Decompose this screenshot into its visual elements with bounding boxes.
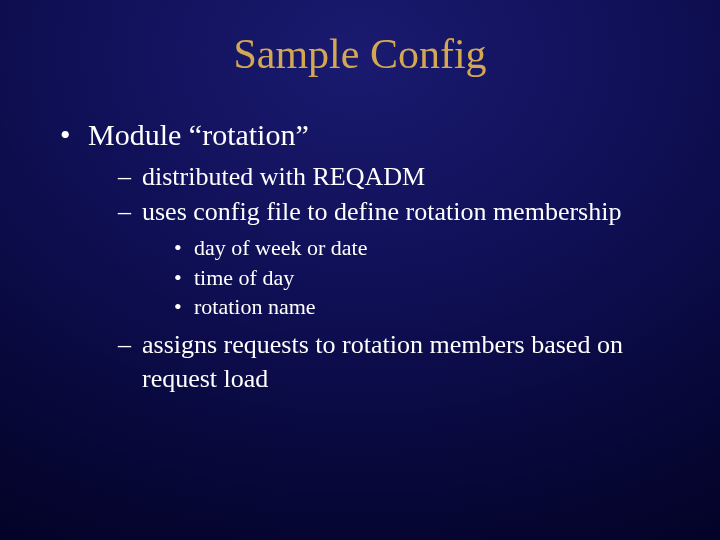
list-item: day of week or date (174, 233, 670, 263)
bullet-list-level-2: distributed with REQADM uses config file… (118, 160, 670, 396)
list-item: uses config file to define rotation memb… (118, 195, 670, 322)
list-item: rotation name (174, 292, 670, 322)
bullet-text: uses config file to define rotation memb… (142, 197, 621, 226)
slide: Sample Config Module “rotation” distribu… (0, 0, 720, 540)
bullet-text: assigns requests to rotation members bas… (142, 330, 623, 393)
list-item: time of day (174, 263, 670, 293)
bullet-list-level-3: day of week or date time of day rotation… (174, 233, 670, 322)
bullet-text: day of week or date (194, 235, 367, 260)
bullet-text: time of day (194, 265, 294, 290)
list-item: distributed with REQADM (118, 160, 670, 194)
bullet-text: Module “rotation” (88, 118, 309, 151)
bullet-text: distributed with REQADM (142, 162, 425, 191)
slide-title: Sample Config (50, 30, 670, 78)
list-item: assigns requests to rotation members bas… (118, 328, 670, 396)
list-item: Module “rotation” distributed with REQAD… (60, 116, 670, 396)
bullet-text: rotation name (194, 294, 316, 319)
bullet-list-level-1: Module “rotation” distributed with REQAD… (60, 116, 670, 396)
